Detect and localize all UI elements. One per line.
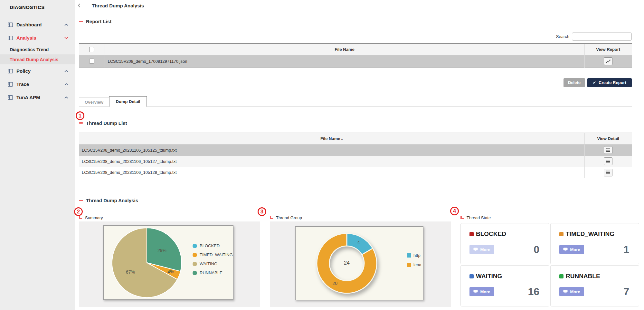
app-window: DIAGNOSTICS DashboardAnalysisDiagnostics… [0,0,644,310]
annotation-circle-2: 2 [74,207,83,216]
sidebar-item-thread-dump-analysis[interactable]: Thread Dump Analysis [0,54,75,64]
section-corner-icon [460,216,464,219]
list-icon [606,148,611,152]
line-chart-icon [606,59,611,63]
dump-table-row[interactable]: LCSC15V208_demo_20231106_105125_tdump.tx… [79,145,632,156]
more-label: More [570,289,580,294]
page-title: Thread Dump Analysis [92,3,144,8]
annotation-circle-4: 4 [450,207,459,215]
legend-item-http: http [407,252,421,258]
summary-section: Summary 29%4%67% BLOCKEDTIMED_WAITINGWAI… [79,214,260,307]
thread-dump-list-header: Thread Dump List [79,120,632,126]
state-label: TIMED_WAITING [566,230,614,238]
state-count: 1 [623,244,629,255]
panel-icon [8,95,13,100]
more-label: More [480,247,490,252]
svg-text:67%: 67% [126,269,135,275]
thread-state-title: Thread State [467,215,491,220]
report-table-row[interactable]: LCSC15V208_demo_1700812971170.json [79,55,632,67]
thread-group-title: Thread Group [276,215,302,220]
legend-item-timed-waiting: TIMED_WAITING [193,252,233,258]
sidebar-item-dashboard[interactable]: Dashboard [0,18,75,31]
file-name-column-header: File Name [105,43,584,55]
thread-dump-list-title: Thread Dump List [86,120,127,126]
thread-state-header: Thread State [460,214,640,221]
state-label: BLOCKED [476,230,506,238]
thread-state-card-timed-waiting: TIMED_WAITINGMore1 [550,223,639,264]
chevron-up-icon [64,83,68,86]
report-table: File Name View Report LCSC15V208_demo_17… [79,43,632,68]
state-color-swatch [469,232,474,236]
view-detail-button[interactable] [604,157,612,165]
more-button[interactable]: More [559,245,584,254]
more-button[interactable]: More [469,287,494,296]
legend-item-waiting: WAITING [193,261,233,267]
svg-text:4: 4 [357,240,360,245]
pie-legend: BLOCKEDTIMED_WAITINGWAITINGRUNNABLE [193,243,233,276]
section-collapse-icon[interactable] [79,21,83,22]
tab-dump-detail[interactable]: Dump Detail [109,96,147,107]
chevron-down-icon [64,37,68,39]
sidebar-item-tuna-apm[interactable]: TunA APM [0,91,75,104]
legend-label: RUNNABLE [200,270,223,275]
report-actions: Delete ✔ Create Report [79,78,632,87]
state-color-swatch [559,274,564,278]
back-button[interactable] [75,0,83,11]
select-all-checkbox[interactable] [89,47,94,52]
sidebar-item-label: Trace [16,81,61,87]
state-color-swatch [559,232,564,236]
sidebar-item-label: TunA APM [16,95,61,100]
summary-pie-chart: 29%4%67% BLOCKEDTIMED_WAITINGWAITINGRUNN… [103,225,233,300]
sidebar-item-analysis[interactable]: Analysis [0,31,75,44]
row-checkbox[interactable] [89,59,94,64]
view-detail-button[interactable] [604,169,612,176]
delete-button[interactable]: Delete [564,78,585,87]
chevron-up-icon [64,96,68,99]
thread-state-cards: BLOCKEDMore0TIMED_WAITINGMore1WAITINGMor… [460,223,640,306]
speech-bubble-icon [563,248,568,251]
state-color-swatch [469,274,474,278]
more-button[interactable]: More [559,287,584,296]
thread-state-card-blocked: BLOCKEDMore0 [460,223,549,264]
panel-icon [8,23,13,27]
create-report-button[interactable]: ✔ Create Report [587,78,632,87]
sidebar-item-policy[interactable]: Policy [0,64,75,78]
speech-bubble-icon [473,290,478,294]
dump-table-row[interactable]: LCSC15V208_demo_20231106_105127_tdump.tx… [79,156,632,167]
state-label: WAITING [476,273,502,280]
card-title: TIMED_WAITING [559,230,629,238]
legend-label: BLOCKED [200,243,220,248]
tab-overview[interactable]: Overview [79,98,109,107]
sidebar-item-diagnostics-trend[interactable]: Diagnostics Trend [0,44,75,54]
chevron-up-icon [64,23,68,26]
sidebar-item-label: Dashboard [16,22,61,27]
sidebar-item-label: Analysis [16,35,61,41]
view-report-column-header: View Report [584,43,632,55]
dump-table-row[interactable]: LCSC15V208_demo_20231106_105128_tdump.tx… [79,167,632,178]
state-count: 7 [623,287,629,297]
legend-label: http [413,253,421,258]
more-button[interactable]: More [469,245,494,254]
sidebar-menu: DashboardAnalysisDiagnostics TrendThread… [0,15,75,104]
dump-table-header-row: File Name▴ View Detail [79,133,632,145]
section-corner-icon [79,216,82,219]
section-collapse-icon[interactable] [79,122,83,124]
panel-icon [8,36,13,40]
state-count: 16 [528,287,539,297]
legend-item-lena: lena [407,262,421,268]
sidebar-item-trace[interactable]: Trace [0,78,75,91]
view-detail-button[interactable] [604,146,612,154]
thread-state-card-waiting: WAITINGMore16 [460,265,549,306]
search-row: Search [79,33,632,41]
search-input[interactable] [572,33,632,41]
section-collapse-icon[interactable] [79,200,83,201]
report-file-name: LCSC15V208_demo_1700812971170.json [105,55,584,67]
dump-file-name-column-header[interactable]: File Name▴ [79,133,584,145]
svg-text:29%: 29% [157,248,166,253]
view-report-button[interactable] [604,57,612,65]
more-label: More [570,247,580,252]
card-title: RUNNABLE [559,273,629,280]
list-icon [606,170,611,174]
state-count: 0 [534,244,539,255]
thread-group-section: Thread Group 42024 httplena [270,214,451,307]
